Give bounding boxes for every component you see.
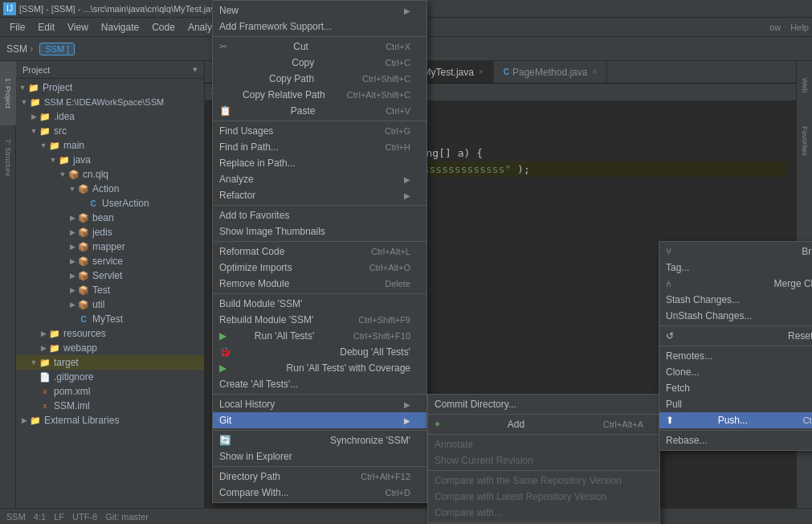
java-icon: C <box>77 313 90 325</box>
tree-item-bean[interactable]: 📦 bean <box>16 211 204 225</box>
package-icon: 📦 <box>77 284 90 297</box>
ctx-separator <box>428 414 659 415</box>
ctx-debug-all-tests[interactable]: 🐞 Debug 'All Tests' <box>213 344 426 360</box>
sidebar-tab-favorites[interactable]: Favorites <box>797 109 812 174</box>
tree-item-ssmiml[interactable]: X SSM.iml <box>16 399 204 413</box>
ctx-copy-relative[interactable]: Copy Relative Path Ctrl+Alt+Shift+C <box>213 87 426 103</box>
ctx-show-thumbnails[interactable]: Show Image Thumbnails <box>213 223 426 239</box>
tree-arrow <box>67 227 77 237</box>
ctx-cut[interactable]: ✂ Cut Ctrl+X <box>213 39 426 55</box>
ctx-reformat[interactable]: Reformat Code Ctrl+Alt+L <box>213 244 426 260</box>
ctx-run-all-tests[interactable]: ▶ Run 'All Tests' Ctrl+Shift+F10 <box>213 328 426 344</box>
ctx-directory-path[interactable]: Directory Path Ctrl+Alt+F12 <box>213 469 426 485</box>
tree-item-cnqlq[interactable]: 📦 cn.qlq <box>16 167 204 182</box>
ctx-git[interactable]: Git ▶ <box>213 412 426 428</box>
tree-arrow <box>67 242 77 252</box>
ctx-run-coverage[interactable]: ▶ Run 'All Tests' with Coverage <box>213 360 426 376</box>
ctx-fetch[interactable]: Fetch <box>659 380 812 396</box>
tree-item-idea[interactable]: 📁 .idea <box>16 109 204 124</box>
ctx-label: Clone... <box>666 366 699 378</box>
ctx-shortcut: Ctrl+Alt+F12 <box>361 472 410 481</box>
sidebar-tab-structure[interactable]: 7: Structure <box>0 125 16 190</box>
package-icon: 📦 <box>77 226 90 239</box>
tree-item-jedis[interactable]: 📦 jedis <box>16 225 204 239</box>
tree-item-mytest[interactable]: C MyTest <box>16 312 204 326</box>
tree-item-useraction[interactable]: C UserAction <box>16 196 204 211</box>
tree-item-pom[interactable]: X pom.xml <box>16 384 204 399</box>
tree-item-external[interactable]: 📁 External Libraries <box>16 413 204 428</box>
tree-item-util[interactable]: 📦 util <box>16 297 204 312</box>
ctx-label: Add Framework Support... <box>219 21 332 32</box>
ctx-find-path[interactable]: Find in Path... Ctrl+H <box>213 139 426 155</box>
ctx-pull[interactable]: Pull <box>659 396 812 412</box>
close-icon[interactable]: × <box>592 68 597 76</box>
tree-item-java[interactable]: 📁 java <box>16 153 204 167</box>
ctx-local-history[interactable]: Local History ▶ <box>213 396 426 412</box>
ctx-merge-changes[interactable]: ⑃ Merge Changes... <box>659 276 812 292</box>
ctx-compare-with[interactable]: Compare With... Ctrl+D <box>213 485 426 501</box>
menu-edit[interactable]: Edit <box>31 20 61 35</box>
ctx-remove-module[interactable]: Remove Module Delete <box>213 276 426 292</box>
ctx-find-usages[interactable]: Find Usages Ctrl+G <box>213 123 426 139</box>
ctx-new[interactable]: New ▶ <box>213 2 426 18</box>
ctx-rebase[interactable]: Rebase... <box>659 432 812 448</box>
ctx-label: Stash Changes... <box>666 294 740 305</box>
ssm-breadcrumb[interactable]: SSM › <box>6 43 33 55</box>
ctx-shortcut: Ctrl+V <box>386 106 410 116</box>
tree-item-ssm[interactable]: 📁 SSM E:\IDEAWorkSpace\SSM <box>16 95 204 109</box>
tree-arrow <box>29 387 39 396</box>
ctx-shortcut: Ctrl+Alt+L <box>371 247 410 256</box>
panel-dropdown[interactable]: ▾ <box>193 64 198 75</box>
menu-navigate[interactable]: Navigate <box>95 20 145 35</box>
ctx-clone[interactable]: Clone... <box>659 364 812 380</box>
ctx-reset-head[interactable]: ↺ Reset HEAD... <box>659 328 812 344</box>
menu-file[interactable]: File <box>3 20 31 35</box>
ctx-add[interactable]: + Add Ctrl+Alt+A <box>428 416 659 432</box>
ctx-separator <box>213 241 426 242</box>
ctx-refactor[interactable]: Refactor ▶ <box>213 187 426 203</box>
ctx-synchronize[interactable]: 🔄 Synchronize 'SSM' <box>213 432 426 448</box>
tree-item-action[interactable]: 📦 Action <box>16 182 204 196</box>
ctx-copy[interactable]: Copy Ctrl+C <box>213 55 426 71</box>
ssm-badge[interactable]: SSM [ <box>39 43 75 55</box>
tree-item-test[interactable]: 📦 Test <box>16 283 204 297</box>
tree-item-mapper[interactable]: 📦 mapper <box>16 239 204 254</box>
tree-item-target[interactable]: 📁 target <box>16 355 204 370</box>
sidebar-tab-project[interactable]: 1: Project <box>0 61 16 125</box>
ctx-build[interactable]: Build Module 'SSM' <box>213 296 426 312</box>
tree-item-src[interactable]: 📁 src <box>16 124 204 138</box>
ctx-push[interactable]: ⬆ Push... Ctrl+Shift+K <box>659 412 812 428</box>
ctx-analyze[interactable]: Analyze ▶ <box>213 171 426 187</box>
ctx-create-all-tests[interactable]: Create 'All Tests'... <box>213 376 426 392</box>
ctx-replace-path[interactable]: Replace in Path... <box>213 155 426 171</box>
sidebar-tab-web[interactable]: Web <box>797 61 812 109</box>
ctx-optimize-imports[interactable]: Optimize Imports Ctrl+Alt+O <box>213 260 426 276</box>
ctx-separator <box>659 325 812 326</box>
bottom-bar: SSM 4:1 LF UTF-8 Git: master <box>0 508 812 524</box>
ctx-add-favorites[interactable]: Add to Favorites <box>213 207 426 223</box>
ctx-show-explorer[interactable]: Show in Explorer <box>213 448 426 465</box>
ctx-rebuild[interactable]: Rebuild Module 'SSM' Ctrl+Shift+F9 <box>213 312 426 328</box>
tree-item-main[interactable]: 📁 main <box>16 138 204 153</box>
menu-code[interactable]: Code <box>145 20 182 35</box>
ctx-stash[interactable]: Stash Changes... <box>659 292 812 308</box>
ctx-label: Annotate <box>435 439 473 450</box>
ctx-copy-path[interactable]: Copy Path Ctrl+Shift+C <box>213 71 426 87</box>
ctx-paste[interactable]: 📋 Paste Ctrl+V <box>213 103 426 119</box>
ctx-branches[interactable]: ⑂ Branches... <box>659 244 812 260</box>
menu-view[interactable]: View <box>61 20 95 35</box>
ctx-add-framework[interactable]: Add Framework Support... <box>213 18 426 35</box>
close-icon[interactable]: × <box>479 68 484 76</box>
tree-item-project[interactable]: 📁 Project <box>16 80 204 95</box>
tree-item-gitignore[interactable]: 📄 .gitignore <box>16 370 204 384</box>
tree-item-servlet[interactable]: 📦 Servlet <box>16 268 204 283</box>
ctx-tag[interactable]: Tag... <box>659 260 812 276</box>
tree-item-service[interactable]: 📦 service <box>16 254 204 268</box>
java-icon: C <box>87 197 100 210</box>
ctx-remotes[interactable]: Remotes... <box>659 348 812 364</box>
ctx-unstash[interactable]: UnStash Changes... <box>659 308 812 324</box>
tab-pagemethod[interactable]: C PageMethod.java × <box>494 61 607 83</box>
tree-item-webapp[interactable]: 📁 webapp <box>16 341 204 355</box>
ctx-commit-dir[interactable]: Commit Directory... <box>428 396 659 412</box>
tree-item-resources[interactable]: 📁 resources <box>16 326 204 341</box>
